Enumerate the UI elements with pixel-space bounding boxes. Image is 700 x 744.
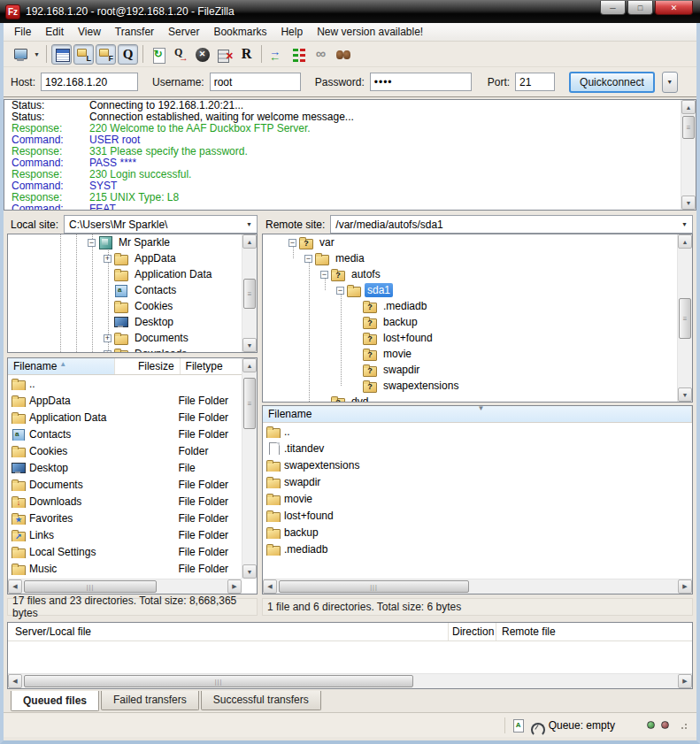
menu-item[interactable]: Help [273, 24, 310, 40]
file-row[interactable]: lost+found [263, 507, 692, 524]
scroll-up-icon[interactable]: ▲ [681, 100, 696, 114]
tree-row[interactable]: Contacts [8, 282, 257, 298]
disconnect-icon[interactable] [214, 44, 235, 65]
tree-row[interactable]: swapextensions [263, 378, 692, 394]
tree-row[interactable]: Mr Sparkle [8, 234, 257, 250]
column-header-filetype[interactable]: Filetype [181, 358, 246, 374]
close-button[interactable]: ✕ [655, 1, 693, 15]
local-site-combobox[interactable]: C:\Users\Mr Sparkle\ ▼ [64, 215, 258, 234]
local-list-vscrollbar[interactable]: ▲ ▼ [242, 358, 257, 579]
quickconnect-button[interactable]: Quickconnect [569, 72, 655, 93]
menu-item[interactable]: Bookmarks [206, 24, 273, 40]
menu-item[interactable]: Server [161, 24, 206, 40]
password-input[interactable] [370, 73, 472, 91]
tree-row[interactable]: sda1 [263, 282, 692, 298]
scroll-down-icon[interactable]: ▼ [242, 338, 257, 352]
username-input[interactable] [210, 73, 301, 91]
queue-tab[interactable]: Successful transfers [201, 691, 321, 710]
port-input[interactable] [515, 73, 555, 91]
file-row[interactable]: swapdir [263, 473, 692, 490]
tree-row[interactable]: dvd [263, 394, 692, 403]
scroll-right-icon[interactable]: ▶ [678, 579, 692, 594]
remote-list-hscrollbar[interactable]: ◀ ▶ [263, 579, 692, 594]
menu-item[interactable]: File [7, 24, 38, 40]
cancel-icon[interactable] [192, 44, 212, 65]
host-input[interactable] [41, 73, 138, 91]
scroll-right-icon[interactable]: ▶ [227, 579, 242, 594]
tree-row[interactable]: Documents [8, 330, 257, 346]
file-row[interactable]: Favorites File Folder [8, 510, 242, 526]
tree-row[interactable]: Application Data [8, 266, 257, 282]
find-files-icon[interactable] [333, 44, 353, 65]
file-row[interactable]: Local Settings File Folder [8, 543, 242, 560]
scrollbar-thumb[interactable] [243, 279, 256, 309]
scroll-left-icon[interactable]: ◀ [8, 674, 22, 688]
site-manager-icon[interactable] [10, 44, 30, 65]
minimize-button[interactable]: ─ [600, 1, 626, 15]
scrollbar-thumb[interactable] [679, 298, 691, 339]
link-icon[interactable] [311, 44, 331, 65]
tree-row[interactable]: media [263, 250, 692, 266]
menu-item[interactable]: View [71, 24, 108, 40]
scrollbar-thumb[interactable] [279, 580, 469, 593]
toggle-queue-icon[interactable] [118, 44, 138, 65]
queue-tab[interactable]: Failed transfers [101, 691, 199, 710]
scroll-right-icon[interactable]: ▶ [678, 674, 692, 688]
tree-row[interactable]: .mediadb [263, 298, 692, 314]
quickconnect-dropdown-icon[interactable]: ▼ [662, 72, 678, 93]
scrollbar-thumb[interactable] [682, 116, 695, 139]
tree-row[interactable]: lost+found [263, 330, 692, 346]
tree-expander-icon[interactable] [336, 287, 344, 295]
tree-row[interactable]: var [263, 234, 692, 250]
tree-row[interactable]: Cookies [8, 298, 257, 314]
tree-expander-icon[interactable] [320, 271, 328, 279]
tree-row[interactable]: backup [263, 314, 692, 330]
splitter-collapse-icon[interactable]: ▼ [478, 405, 485, 412]
toggle-local-tree-icon[interactable] [73, 44, 94, 65]
remote-tree-scrollbar[interactable]: ▲ ▼ [677, 234, 692, 402]
site-manager-dropdown-icon[interactable]: ▼ [31, 44, 42, 65]
message-log-scrollbar[interactable]: ▲ ▼ [681, 100, 696, 210]
file-row[interactable]: Cookies Folder [8, 442, 242, 459]
queue-hscrollbar[interactable]: ◀ ▶ [8, 673, 692, 688]
scroll-up-icon[interactable]: ▲ [678, 234, 692, 249]
tree-row[interactable]: movie [263, 346, 692, 362]
column-header-remote-file[interactable]: Remote file [496, 623, 692, 640]
refresh-icon[interactable] [148, 44, 168, 65]
reconnect-icon[interactable] [236, 44, 257, 65]
compare-directories-icon[interactable] [266, 44, 287, 65]
file-row[interactable]: Downloads File Folder [8, 493, 242, 510]
file-row[interactable]: .. [8, 375, 242, 392]
maximize-button[interactable]: □ [627, 1, 653, 15]
scroll-down-icon[interactable]: ▼ [681, 196, 696, 210]
remote-site-combobox[interactable]: /var/media/autofs/sda1 ▼ [330, 215, 693, 234]
file-row[interactable]: .. [263, 423, 692, 440]
column-header-filesize[interactable]: Filesize [115, 358, 180, 374]
chevron-down-icon[interactable]: ▼ [681, 221, 688, 227]
column-header-direction[interactable]: Direction [449, 623, 496, 640]
tree-row[interactable]: autofs [263, 266, 692, 282]
local-tree-scrollbar[interactable]: ▲ ▼ [242, 234, 257, 352]
scroll-down-icon[interactable]: ▼ [242, 564, 257, 579]
scrollbar-thumb[interactable] [243, 378, 256, 429]
file-row[interactable]: swapextensions [263, 456, 692, 473]
scrollbar-thumb[interactable] [24, 580, 157, 593]
file-row[interactable]: .titandev [263, 440, 692, 456]
speed-limits-icon[interactable] [530, 723, 542, 731]
file-row[interactable]: .mediadb [263, 541, 692, 557]
scroll-left-icon[interactable]: ◀ [263, 579, 277, 594]
file-row[interactable]: Application Data File Folder [8, 409, 242, 426]
file-row[interactable]: Contacts File Folder [8, 426, 242, 442]
file-row[interactable]: Desktop File [8, 459, 242, 476]
queue-tab[interactable]: Queued files [11, 691, 99, 711]
file-row[interactable]: backup [263, 524, 692, 541]
tree-row[interactable]: Desktop [8, 314, 257, 330]
menu-item[interactable]: Edit [38, 24, 71, 40]
menu-item[interactable]: New version available! [310, 24, 430, 40]
menu-item[interactable]: Transfer [108, 24, 161, 40]
file-row[interactable]: movie [263, 490, 692, 507]
scroll-up-icon[interactable]: ▲ [242, 358, 257, 372]
scroll-down-icon[interactable]: ▼ [678, 387, 692, 402]
column-header-filename[interactable]: Filename▲ [8, 358, 115, 374]
scroll-up-icon[interactable]: ▲ [242, 234, 257, 249]
